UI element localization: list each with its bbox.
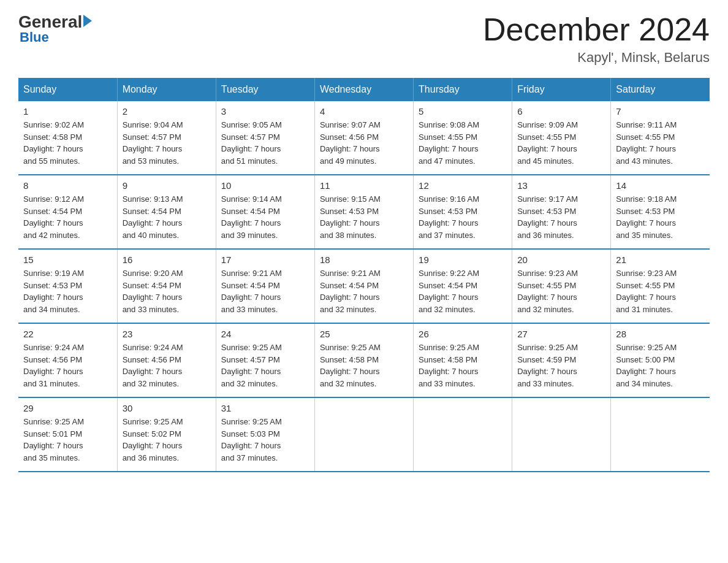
calendar-day: 26Sunrise: 9:25 AMSunset: 4:58 PMDayligh… bbox=[414, 323, 512, 397]
calendar-week-2: 8Sunrise: 9:12 AMSunset: 4:54 PMDaylight… bbox=[18, 175, 710, 249]
day-number: 23 bbox=[123, 329, 211, 339]
logo-triangle-icon bbox=[83, 15, 92, 27]
day-info: Sunrise: 9:11 AMSunset: 4:55 PMDaylight:… bbox=[616, 119, 705, 167]
header-friday: Friday bbox=[512, 78, 611, 101]
calendar-day: 25Sunrise: 9:25 AMSunset: 4:58 PMDayligh… bbox=[314, 323, 413, 397]
day-info: Sunrise: 9:17 AMSunset: 4:53 PMDaylight:… bbox=[517, 193, 605, 241]
day-info: Sunrise: 9:25 AMSunset: 4:59 PMDaylight:… bbox=[517, 342, 605, 389]
day-number: 29 bbox=[23, 403, 112, 413]
calendar-day: 13Sunrise: 9:17 AMSunset: 4:53 PMDayligh… bbox=[512, 175, 611, 249]
calendar-day: 28Sunrise: 9:25 AMSunset: 5:00 PMDayligh… bbox=[611, 323, 710, 397]
calendar-week-5: 29Sunrise: 9:25 AMSunset: 5:01 PMDayligh… bbox=[18, 397, 710, 472]
calendar-day: 16Sunrise: 9:20 AMSunset: 4:54 PMDayligh… bbox=[117, 249, 216, 323]
day-info: Sunrise: 9:25 AMSunset: 5:02 PMDaylight:… bbox=[123, 416, 211, 464]
day-info: Sunrise: 9:13 AMSunset: 4:54 PMDaylight:… bbox=[123, 193, 211, 241]
calendar-header-row: SundayMondayTuesdayWednesdayThursdayFrid… bbox=[18, 78, 710, 101]
title-block: December 2024 Kapyl', Minsk, Belarus bbox=[483, 12, 710, 66]
day-info: Sunrise: 9:24 AMSunset: 4:56 PMDaylight:… bbox=[123, 342, 211, 389]
day-info: Sunrise: 9:12 AMSunset: 4:54 PMDaylight:… bbox=[23, 193, 112, 241]
day-number: 15 bbox=[23, 255, 112, 265]
day-info: Sunrise: 9:14 AMSunset: 4:54 PMDaylight:… bbox=[221, 193, 309, 241]
calendar-day: 21Sunrise: 9:23 AMSunset: 4:55 PMDayligh… bbox=[611, 249, 710, 323]
calendar-day: 30Sunrise: 9:25 AMSunset: 5:02 PMDayligh… bbox=[117, 397, 216, 472]
calendar-day bbox=[611, 397, 710, 472]
day-number: 2 bbox=[123, 106, 211, 117]
calendar-day: 6Sunrise: 9:09 AMSunset: 4:55 PMDaylight… bbox=[512, 101, 611, 175]
calendar-week-3: 15Sunrise: 9:19 AMSunset: 4:53 PMDayligh… bbox=[18, 249, 710, 323]
logo-blue-text: Blue bbox=[20, 29, 49, 45]
header-tuesday: Tuesday bbox=[216, 78, 314, 101]
day-info: Sunrise: 9:25 AMSunset: 5:01 PMDaylight:… bbox=[23, 416, 112, 464]
calendar-day: 12Sunrise: 9:16 AMSunset: 4:53 PMDayligh… bbox=[414, 175, 512, 249]
day-info: Sunrise: 9:04 AMSunset: 4:57 PMDaylight:… bbox=[123, 119, 211, 167]
calendar-day: 22Sunrise: 9:24 AMSunset: 4:56 PMDayligh… bbox=[18, 323, 117, 397]
day-info: Sunrise: 9:21 AMSunset: 4:54 PMDaylight:… bbox=[221, 267, 309, 315]
calendar-day: 14Sunrise: 9:18 AMSunset: 4:53 PMDayligh… bbox=[611, 175, 710, 249]
calendar-day: 20Sunrise: 9:23 AMSunset: 4:55 PMDayligh… bbox=[512, 249, 611, 323]
calendar-day: 18Sunrise: 9:21 AMSunset: 4:54 PMDayligh… bbox=[314, 249, 413, 323]
location-text: Kapyl', Minsk, Belarus bbox=[483, 50, 710, 66]
calendar-day: 29Sunrise: 9:25 AMSunset: 5:01 PMDayligh… bbox=[18, 397, 117, 472]
calendar-day: 19Sunrise: 9:22 AMSunset: 4:54 PMDayligh… bbox=[414, 249, 512, 323]
page-header: General Blue December 2024 Kapyl', Minsk… bbox=[18, 12, 710, 66]
day-info: Sunrise: 9:25 AMSunset: 5:00 PMDaylight:… bbox=[616, 342, 705, 389]
calendar-day: 23Sunrise: 9:24 AMSunset: 4:56 PMDayligh… bbox=[117, 323, 216, 397]
day-info: Sunrise: 9:09 AMSunset: 4:55 PMDaylight:… bbox=[517, 119, 605, 167]
day-number: 25 bbox=[320, 329, 408, 339]
calendar-week-1: 1Sunrise: 9:02 AMSunset: 4:58 PMDaylight… bbox=[18, 101, 710, 175]
day-number: 14 bbox=[616, 180, 705, 191]
calendar-day: 11Sunrise: 9:15 AMSunset: 4:53 PMDayligh… bbox=[314, 175, 413, 249]
day-info: Sunrise: 9:16 AMSunset: 4:53 PMDaylight:… bbox=[419, 193, 507, 241]
header-saturday: Saturday bbox=[611, 78, 710, 101]
day-number: 30 bbox=[123, 403, 211, 413]
day-number: 4 bbox=[320, 106, 408, 117]
calendar-day: 10Sunrise: 9:14 AMSunset: 4:54 PMDayligh… bbox=[216, 175, 314, 249]
header-wednesday: Wednesday bbox=[314, 78, 413, 101]
day-info: Sunrise: 9:25 AMSunset: 4:57 PMDaylight:… bbox=[221, 342, 309, 389]
calendar-day: 4Sunrise: 9:07 AMSunset: 4:56 PMDaylight… bbox=[314, 101, 413, 175]
day-number: 16 bbox=[123, 255, 211, 265]
day-info: Sunrise: 9:21 AMSunset: 4:54 PMDaylight:… bbox=[320, 267, 408, 315]
day-number: 31 bbox=[221, 403, 309, 413]
day-info: Sunrise: 9:19 AMSunset: 4:53 PMDaylight:… bbox=[23, 267, 112, 315]
day-number: 7 bbox=[616, 106, 705, 117]
day-info: Sunrise: 9:15 AMSunset: 4:53 PMDaylight:… bbox=[320, 193, 408, 241]
day-info: Sunrise: 9:25 AMSunset: 4:58 PMDaylight:… bbox=[320, 342, 408, 389]
calendar-day: 7Sunrise: 9:11 AMSunset: 4:55 PMDaylight… bbox=[611, 101, 710, 175]
logo: General Blue bbox=[18, 12, 92, 45]
day-info: Sunrise: 9:02 AMSunset: 4:58 PMDaylight:… bbox=[23, 119, 112, 167]
calendar-day: 17Sunrise: 9:21 AMSunset: 4:54 PMDayligh… bbox=[216, 249, 314, 323]
calendar-day bbox=[512, 397, 611, 472]
day-number: 17 bbox=[221, 255, 309, 265]
day-info: Sunrise: 9:18 AMSunset: 4:53 PMDaylight:… bbox=[616, 193, 705, 241]
day-number: 3 bbox=[221, 106, 309, 117]
calendar-day: 2Sunrise: 9:04 AMSunset: 4:57 PMDaylight… bbox=[117, 101, 216, 175]
calendar-day: 27Sunrise: 9:25 AMSunset: 4:59 PMDayligh… bbox=[512, 323, 611, 397]
day-number: 21 bbox=[616, 255, 705, 265]
day-number: 20 bbox=[517, 255, 605, 265]
day-number: 9 bbox=[123, 180, 211, 191]
day-number: 26 bbox=[419, 329, 507, 339]
header-monday: Monday bbox=[117, 78, 216, 101]
header-sunday: Sunday bbox=[18, 78, 117, 101]
day-number: 13 bbox=[517, 180, 605, 191]
day-info: Sunrise: 9:07 AMSunset: 4:56 PMDaylight:… bbox=[320, 119, 408, 167]
day-info: Sunrise: 9:25 AMSunset: 5:03 PMDaylight:… bbox=[221, 416, 309, 464]
calendar-day: 1Sunrise: 9:02 AMSunset: 4:58 PMDaylight… bbox=[18, 101, 117, 175]
day-info: Sunrise: 9:23 AMSunset: 4:55 PMDaylight:… bbox=[517, 267, 605, 315]
calendar-day: 5Sunrise: 9:08 AMSunset: 4:55 PMDaylight… bbox=[414, 101, 512, 175]
day-number: 10 bbox=[221, 180, 309, 191]
day-number: 24 bbox=[221, 329, 309, 339]
calendar-day bbox=[314, 397, 413, 472]
calendar-day: 24Sunrise: 9:25 AMSunset: 4:57 PMDayligh… bbox=[216, 323, 314, 397]
day-info: Sunrise: 9:24 AMSunset: 4:56 PMDaylight:… bbox=[23, 342, 112, 389]
month-title: December 2024 bbox=[483, 12, 710, 47]
day-number: 11 bbox=[320, 180, 408, 191]
day-info: Sunrise: 9:22 AMSunset: 4:54 PMDaylight:… bbox=[419, 267, 507, 315]
calendar-day: 9Sunrise: 9:13 AMSunset: 4:54 PMDaylight… bbox=[117, 175, 216, 249]
calendar-day: 31Sunrise: 9:25 AMSunset: 5:03 PMDayligh… bbox=[216, 397, 314, 472]
calendar-day bbox=[414, 397, 512, 472]
day-number: 8 bbox=[23, 180, 112, 191]
calendar-day: 3Sunrise: 9:05 AMSunset: 4:57 PMDaylight… bbox=[216, 101, 314, 175]
day-info: Sunrise: 9:05 AMSunset: 4:57 PMDaylight:… bbox=[221, 119, 309, 167]
